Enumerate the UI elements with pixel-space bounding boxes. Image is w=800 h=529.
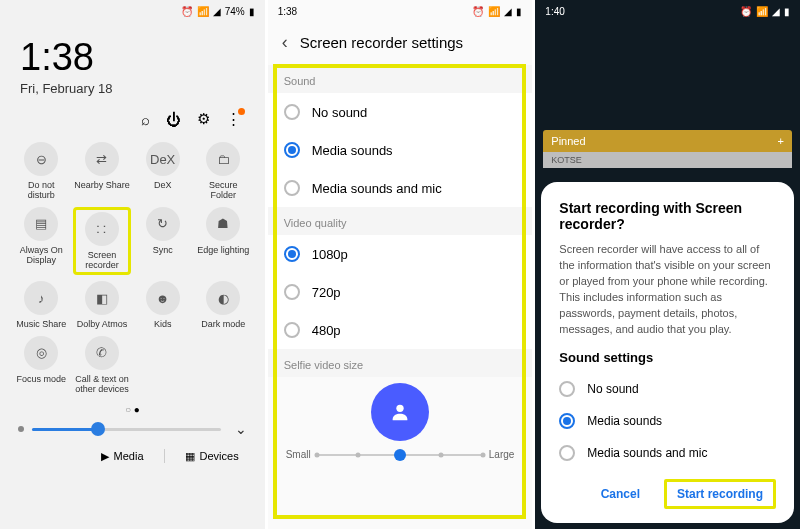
large-label: Large [489, 449, 515, 460]
battery-icon: ▮ [249, 6, 255, 17]
play-icon: ▶ [101, 450, 109, 463]
qs-tile-icon: ⊖ [24, 142, 58, 176]
plus-icon[interactable]: + [778, 135, 784, 147]
alarm-icon: ⏰ [181, 6, 193, 17]
radio-option[interactable]: Media sounds and mic [268, 169, 533, 207]
qs-tile-label: Sync [153, 245, 173, 255]
wifi-icon: ◢ [504, 6, 512, 17]
radio-option[interactable]: 480p [268, 311, 533, 349]
qs-tile-label: Kids [154, 319, 172, 329]
selfie-section-label: Selfie video size [268, 349, 533, 377]
media-label: Media [114, 450, 144, 462]
devices-label: Devices [200, 450, 239, 462]
brightness-row: ⌄ [0, 419, 265, 443]
start-recording-button[interactable]: Start recording [664, 479, 776, 509]
clock-area: 1:38 Fri, February 18 [0, 22, 265, 102]
video-section-label: Video quality [268, 207, 533, 235]
power-icon[interactable]: ⏻ [166, 111, 181, 128]
radio-icon [284, 142, 300, 158]
separator [164, 449, 165, 463]
media-button[interactable]: ▶ Media [101, 450, 144, 463]
grid-icon: ▦ [185, 450, 195, 463]
cancel-button[interactable]: Cancel [587, 479, 654, 509]
quick-settings-grid: ⊖ Do not disturb⇄ Nearby ShareDeX DeX🗀 S… [0, 136, 265, 400]
qs-tile[interactable]: ⇄ Nearby Share [73, 142, 132, 201]
radio-label: Media sounds and mic [587, 446, 707, 460]
selfie-size-slider[interactable]: Small Large [268, 449, 533, 470]
radio-option[interactable]: 1080p [268, 235, 533, 273]
signal-icon: 📶 [197, 6, 209, 17]
qs-tile[interactable]: ⸬ Screen recorder [73, 207, 132, 276]
radio-option[interactable]: Media sounds and mic [559, 437, 776, 469]
radio-option[interactable]: 720p [268, 273, 533, 311]
qs-tile-label: Edge lighting [197, 245, 249, 255]
brightness-slider[interactable] [32, 428, 221, 431]
chevron-down-icon[interactable]: ⌄ [235, 421, 247, 437]
radio-icon [284, 322, 300, 338]
recording-prompt-panel: 1:40 ⏰ 📶 ◢ ▮ Pinned + KOTSE Start record… [535, 0, 800, 529]
qs-tile[interactable]: ◧ Dolby Atmos [73, 281, 132, 329]
battery-icon: ▮ [784, 6, 790, 17]
status-time: 1:38 [278, 6, 297, 17]
qs-tile-label: Focus mode [17, 374, 67, 384]
quick-settings-panel: ⏰ 📶 ◢ 74% ▮ 1:38 Fri, February 18 ⌕ ⏻ ⚙ … [0, 0, 268, 529]
wifi-icon: ◢ [772, 6, 780, 17]
back-icon[interactable]: ‹ [282, 32, 288, 53]
settings-icon[interactable]: ⚙ [197, 110, 210, 128]
radio-option[interactable]: Media sounds [559, 405, 776, 437]
qs-tile-icon: ▤ [24, 207, 58, 241]
qs-tile[interactable]: ⊖ Do not disturb [12, 142, 71, 201]
top-icons-row: ⌕ ⏻ ⚙ ⋮ [0, 102, 265, 136]
status-icons: ⏰ 📶 ◢ ▮ [472, 6, 522, 17]
radio-icon [284, 104, 300, 120]
wifi-icon: ◢ [213, 6, 221, 17]
radio-label: Media sounds and mic [312, 181, 442, 196]
qs-tile[interactable]: ☗ Edge lighting [194, 207, 253, 276]
status-bar: 1:38 ⏰ 📶 ◢ ▮ [268, 0, 533, 22]
battery-percent: 74% [225, 6, 245, 17]
qs-tile[interactable]: ◐ Dark mode [194, 281, 253, 329]
radio-label: 720p [312, 285, 341, 300]
radio-icon [284, 246, 300, 262]
settings-header: ‹ Screen recorder settings [268, 22, 533, 65]
radio-option[interactable]: Media sounds [268, 131, 533, 169]
status-bar: 1:40 ⏰ 📶 ◢ ▮ [535, 0, 800, 22]
status-icons: ⏰ 📶 ◢ 74% ▮ [181, 6, 255, 17]
pager-dots: ○ ● [0, 400, 265, 419]
radio-icon [284, 284, 300, 300]
qs-tile[interactable]: 🗀 Secure Folder [194, 142, 253, 201]
qs-tile-icon: 🗀 [206, 142, 240, 176]
radio-option[interactable]: No sound [268, 93, 533, 131]
dialog-radio-list: No sound Media sounds Media sounds and m… [559, 373, 776, 469]
search-icon[interactable]: ⌕ [141, 111, 150, 128]
footer-row: ▶ Media ▦ Devices [0, 443, 265, 469]
qs-tile[interactable]: DeX DeX [133, 142, 192, 201]
qs-tile[interactable]: ◎ Focus mode [12, 336, 71, 395]
qs-tile-icon: ✆ [85, 336, 119, 370]
pinned-bar: Pinned + [543, 130, 792, 152]
radio-icon [559, 381, 575, 397]
person-icon [389, 401, 411, 423]
qs-tile-label: Dolby Atmos [77, 319, 128, 329]
qs-tile[interactable]: ↻ Sync [133, 207, 192, 276]
radio-icon [284, 180, 300, 196]
qs-tile[interactable]: ▤ Always On Display [12, 207, 71, 276]
status-icons: ⏰ 📶 ◢ ▮ [740, 6, 790, 17]
pinned-background: Pinned + KOTSE [543, 130, 792, 168]
devices-button[interactable]: ▦ Devices [185, 450, 239, 463]
qs-tile-icon: ⇄ [85, 142, 119, 176]
radio-option[interactable]: No sound [559, 373, 776, 405]
qs-tile[interactable]: ☻ Kids [133, 281, 192, 329]
more-icon[interactable]: ⋮ [226, 110, 241, 128]
radio-icon [559, 445, 575, 461]
qs-tile-icon: ♪ [24, 281, 58, 315]
pinned-label: Pinned [551, 135, 585, 147]
qs-tile[interactable]: ♪ Music Share [12, 281, 71, 329]
radio-label: 480p [312, 323, 341, 338]
qs-tile-icon: ⸬ [85, 212, 119, 246]
qs-tile[interactable]: ✆ Call & text on other devices [73, 336, 132, 395]
status-bar: ⏰ 📶 ◢ 74% ▮ [0, 0, 265, 22]
qs-tile-label: Music Share [16, 319, 66, 329]
dialog-subhead: Sound settings [559, 350, 776, 365]
small-label: Small [286, 449, 311, 460]
